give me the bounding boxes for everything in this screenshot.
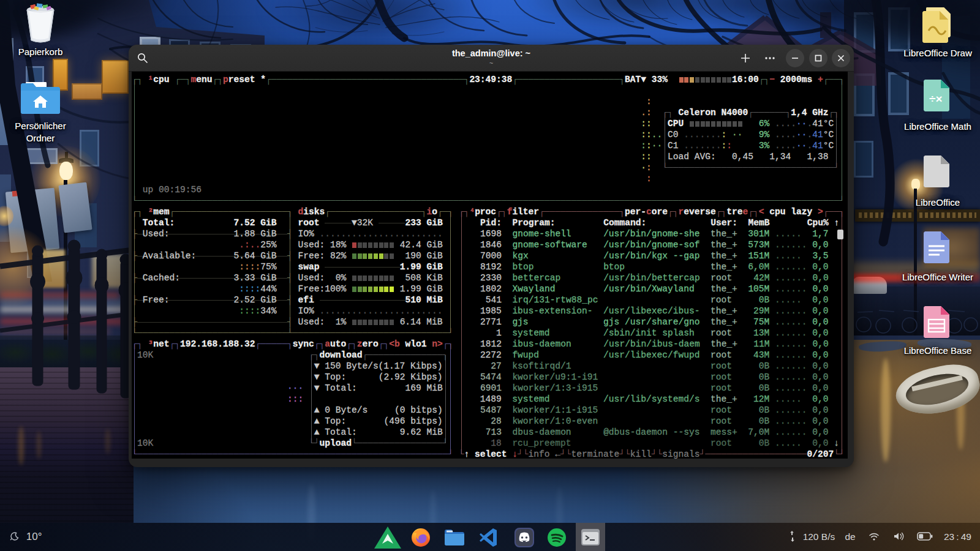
svg-text:÷×: ÷× — [929, 92, 943, 105]
